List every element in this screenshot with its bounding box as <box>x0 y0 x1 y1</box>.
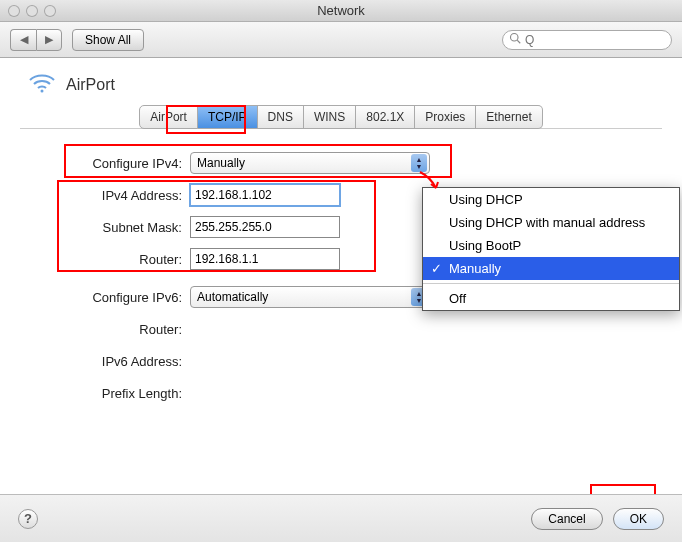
ipv6-address-label: IPv6 Address: <box>60 354 190 369</box>
ok-button[interactable]: OK <box>613 508 664 530</box>
menu-off[interactable]: Off <box>423 287 679 310</box>
footer: ? Cancel OK <box>0 494 682 542</box>
configure-ipv4-value: Manually <box>197 156 245 170</box>
close-window-button[interactable] <box>8 5 20 17</box>
airport-icon <box>28 72 56 97</box>
svg-point-0 <box>511 34 519 42</box>
ipv4-address-label: IPv4 Address: <box>60 188 190 203</box>
router-label: Router: <box>60 252 190 267</box>
show-all-button[interactable]: Show All <box>72 29 144 51</box>
nav-buttons: ◀ ▶ <box>10 29 62 51</box>
menu-using-bootp[interactable]: Using BootP <box>423 234 679 257</box>
tab-wins[interactable]: WINS <box>304 105 356 129</box>
traffic-lights <box>8 5 56 17</box>
annotation-arrow-icon <box>418 170 444 195</box>
configure-ipv6-value: Automatically <box>197 290 268 304</box>
svg-point-2 <box>41 90 44 93</box>
tab-proxies[interactable]: Proxies <box>415 105 476 129</box>
tab-dns[interactable]: DNS <box>258 105 304 129</box>
toolbar: ◀ ▶ Show All <box>0 22 682 58</box>
interface-header: AirPort <box>28 72 662 97</box>
menu-using-dhcp[interactable]: Using DHCP <box>423 188 679 211</box>
tab-ethernet[interactable]: Ethernet <box>476 105 542 129</box>
menu-using-dhcp-manual[interactable]: Using DHCP with manual address <box>423 211 679 234</box>
ipv6-router-label: Router: <box>60 322 190 337</box>
tab-tcpip[interactable]: TCP/IP <box>198 105 258 129</box>
tab-airport[interactable]: AirPort <box>139 105 198 129</box>
ipv4-address-field[interactable] <box>190 184 340 206</box>
subnet-mask-field[interactable] <box>190 216 340 238</box>
svg-line-1 <box>517 40 520 43</box>
configure-ipv6-label: Configure IPv6: <box>60 290 190 305</box>
interface-name: AirPort <box>66 76 115 94</box>
router-field[interactable] <box>190 248 340 270</box>
search-input[interactable] <box>525 33 665 47</box>
prefix-length-label: Prefix Length: <box>60 386 190 401</box>
menu-manually[interactable]: Manually <box>423 257 679 280</box>
titlebar: Network <box>0 0 682 22</box>
help-button[interactable]: ? <box>18 509 38 529</box>
search-icon <box>509 32 521 47</box>
configure-ipv4-menu: Using DHCP Using DHCP with manual addres… <box>422 187 680 311</box>
configure-ipv6-popup[interactable]: Automatically ▲▼ <box>190 286 430 308</box>
tab-8021x[interactable]: 802.1X <box>356 105 415 129</box>
minimize-window-button[interactable] <box>26 5 38 17</box>
window-title: Network <box>317 3 365 18</box>
configure-ipv4-label: Configure IPv4: <box>60 156 190 171</box>
subnet-mask-label: Subnet Mask: <box>60 220 190 235</box>
back-button[interactable]: ◀ <box>10 29 36 51</box>
zoom-window-button[interactable] <box>44 5 56 17</box>
tabs: AirPort TCP/IP DNS WINS 802.1X Proxies E… <box>20 105 662 129</box>
search-field[interactable] <box>502 30 672 50</box>
cancel-button[interactable]: Cancel <box>531 508 602 530</box>
configure-ipv4-popup[interactable]: Manually ▲▼ <box>190 152 430 174</box>
forward-button[interactable]: ▶ <box>36 29 62 51</box>
menu-separator <box>423 283 679 284</box>
